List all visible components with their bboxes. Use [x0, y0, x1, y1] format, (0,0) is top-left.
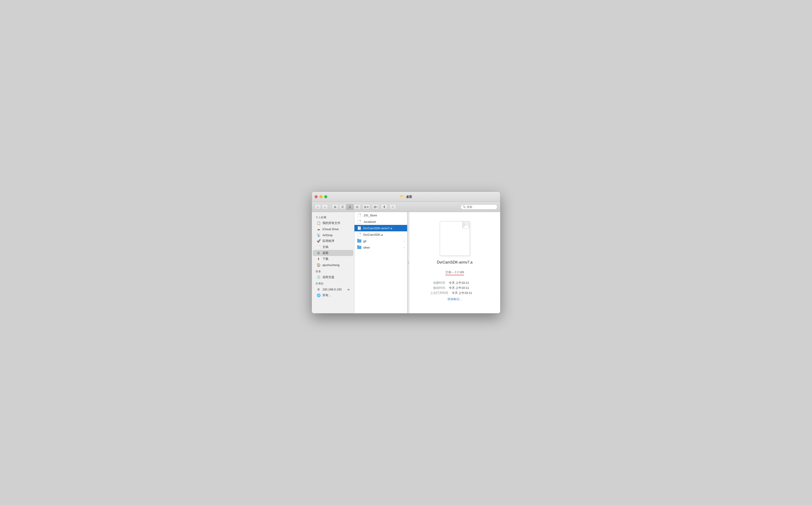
file-name-dvrcamsdk-armv7: DvrCamSDK-armv7.a — [363, 226, 404, 230]
search-input[interactable] — [467, 205, 495, 208]
close-button[interactable] — [315, 195, 318, 198]
folder-icon: 📁 — [400, 194, 404, 199]
file-item-dvrcamsdk-armv7[interactable]: DvrCamSDK-armv7.a — [354, 225, 407, 231]
sidebar-item-downloads[interactable]: ⬇ 下载 — [313, 256, 353, 262]
sidebar-item-icloud[interactable]: ☁ iCloud Drive — [313, 226, 353, 232]
opened-value: 今天 上午10:11 — [452, 291, 479, 295]
sidebar-item-docs[interactable]: 📄 文稿 — [313, 244, 353, 250]
file-item-dvrcamsdk[interactable]: DvrCamSDK.a — [354, 231, 407, 238]
traffic-lights — [315, 195, 327, 198]
minimize-button[interactable] — [320, 195, 323, 198]
folder-icon-git — [357, 239, 361, 243]
eject-button[interactable]: ⏏ — [347, 288, 350, 291]
maximize-button[interactable] — [324, 195, 327, 198]
sidebar-item-apps-label: 应用程序 — [323, 239, 334, 243]
column-view-button[interactable]: ⊟ — [346, 204, 353, 210]
finder-window: 📁 桌面 ‹ › ⊞ ☰ ⊟ ⊟ ⊞ ▾ ⚙ ▾ ⬆ ○ � — [312, 192, 500, 313]
pane-divider[interactable] — [408, 212, 409, 313]
divider-dot — [408, 263, 409, 263]
apps-icon: 🚀 — [317, 239, 321, 243]
sidebar-item-icloud-label: iCloud Drive — [323, 227, 339, 231]
created-row: 创建时间 今天 上午10:11 — [419, 281, 491, 285]
created-label: 创建时间 — [433, 281, 445, 285]
sidebar-item-cdrom[interactable]: 💿 远程光盘 — [313, 274, 353, 280]
add-tag-link[interactable]: 添加标记... — [447, 297, 462, 301]
action-chevron-icon: ▾ — [376, 206, 377, 208]
opened-row: 上次打开时间 今天 上午10:11 — [419, 291, 491, 295]
file-name-localized: .localized — [363, 220, 404, 223]
sidebar-item-downloads-label: 下载 — [323, 257, 328, 261]
modified-label: 修改时间 — [433, 286, 445, 290]
gear-icon: ⚙ — [373, 205, 376, 209]
folder-icon-other — [357, 245, 361, 249]
preview-filename: DvrCamSDK-armv7.a — [437, 260, 472, 265]
opened-label: 上次打开时间 — [430, 291, 448, 295]
chevron-right-icon-other: › — [404, 246, 404, 249]
sidebar-item-cdrom-label: 远程光盘 — [323, 275, 334, 279]
file-pane: .DS_Store .localized DvrCamSDK-armv7.a D… — [354, 212, 408, 313]
all-files-icon: 📋 — [317, 221, 321, 225]
search-box[interactable]: 🔍 — [461, 204, 497, 209]
divider-handle — [408, 261, 409, 264]
file-item-other[interactable]: other › — [354, 244, 407, 250]
file-item-localized[interactable]: .localized — [354, 218, 407, 225]
sidebar-item-airdrop-label: AirDrop — [323, 233, 333, 237]
icloud-icon: ☁ — [317, 227, 321, 231]
cover-view-button[interactable]: ⊟ — [354, 204, 361, 210]
action-button[interactable]: ⚙ ▾ — [372, 204, 379, 210]
divider-dot — [408, 264, 409, 264]
sidebar-item-all-network[interactable]: 🌐 所有... — [313, 292, 353, 298]
file-icon-localized — [357, 220, 361, 224]
file-icon-ds-store — [357, 213, 361, 217]
preview-file-icon — [440, 221, 470, 256]
sidebar-item-home[interactable]: 🏠 qiuzhucheng — [313, 262, 353, 268]
titlebar: 📁 桌面 — [312, 192, 500, 202]
forward-button[interactable]: › — [322, 204, 328, 210]
network-computer-icon: 🖥 — [317, 287, 321, 291]
devices-section-label: 设备 — [312, 268, 354, 274]
file-item-ds-store[interactable]: .DS_Store — [354, 212, 407, 218]
modified-value: 今天 上午10:11 — [449, 286, 476, 290]
icon-view-button[interactable]: ⊞ — [332, 204, 339, 210]
preview-meta: 文稿 – 2.2 MB 创建时间 今天 上午10:11 修改时间 今天 上午10… — [409, 270, 500, 301]
sidebar-item-network-ip-label: 192.168.0.193 — [323, 288, 342, 291]
sidebar-item-all-files-label: 我的所有文件 — [323, 221, 340, 225]
sidebar-item-network-ip[interactable]: 🖥 192.168.0.193 ⏏ — [313, 286, 353, 292]
preview-kind: 文稿 – 2.2 MB — [445, 270, 464, 274]
arrange-icon: ⊞ — [364, 205, 366, 208]
home-icon: 🏠 — [317, 263, 321, 267]
file-item-git[interactable]: git › — [354, 238, 407, 244]
arrange-button[interactable]: ⊞ ▾ — [362, 204, 370, 210]
file-icon-dvrcamsdk — [357, 232, 361, 236]
sidebar-item-all-network-label: 所有... — [323, 293, 331, 297]
downloads-icon: ⬇ — [317, 257, 321, 261]
sidebar-item-apps[interactable]: 🚀 应用程序 — [313, 238, 353, 244]
sidebar-item-docs-label: 文稿 — [323, 245, 328, 249]
sidebar-item-airdrop[interactable]: 📡 AirDrop — [313, 232, 353, 238]
sidebar-item-desktop-label: 桌面 — [323, 251, 328, 255]
search-icon: 🔍 — [463, 205, 466, 208]
file-name-git: git — [363, 239, 402, 243]
chevron-right-icon-git: › — [404, 240, 404, 242]
divider-dot — [408, 261, 409, 262]
toolbar: ‹ › ⊞ ☰ ⊟ ⊟ ⊞ ▾ ⚙ ▾ ⬆ ○ 🔍 — [312, 202, 500, 212]
main-content: 个人收藏 📋 我的所有文件 ☁ iCloud Drive 📡 AirDrop 🚀… — [312, 212, 500, 313]
window-title: 📁 桌面 — [400, 194, 412, 199]
tag-button[interactable]: ○ — [389, 204, 396, 210]
created-value: 今天 上午10:11 — [449, 281, 476, 285]
sidebar-item-all-files[interactable]: 📋 我的所有文件 — [313, 220, 353, 226]
back-button[interactable]: ‹ — [315, 204, 321, 210]
nav-buttons: ‹ › — [315, 204, 328, 210]
sidebar-item-desktop[interactable]: 🖥 桌面 — [313, 250, 353, 256]
file-name-dvrcamsdk: DvrCamSDK.a — [363, 233, 404, 236]
personal-section-label: 个人收藏 — [312, 214, 354, 220]
sidebar-item-home-label: qiuzhucheng — [323, 263, 340, 267]
sidebar: 个人收藏 📋 我的所有文件 ☁ iCloud Drive 📡 AirDrop 🚀… — [312, 212, 354, 313]
file-name-ds-store: .DS_Store — [363, 214, 404, 217]
list-view-button[interactable]: ☰ — [339, 204, 346, 210]
tag-icon: ○ — [392, 205, 394, 208]
desktop-icon: 🖥 — [317, 251, 321, 255]
docs-icon: 📄 — [317, 245, 321, 249]
share-button[interactable]: ⬆ — [381, 204, 387, 210]
arrange-chevron-icon: ▾ — [367, 205, 368, 208]
